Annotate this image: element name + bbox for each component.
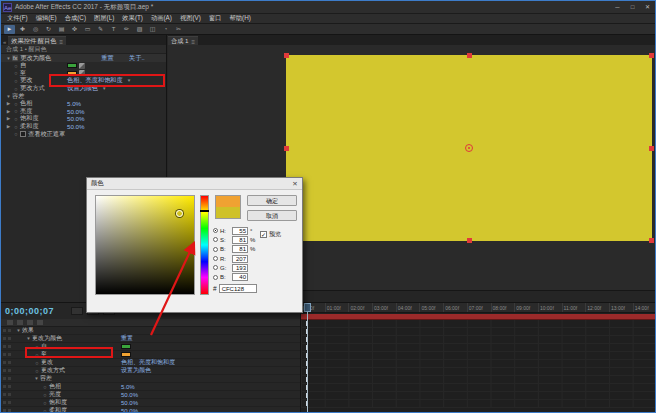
track-row[interactable] [301, 336, 656, 344]
selection-tool-icon[interactable]: ► [4, 25, 15, 34]
stopwatch-icon[interactable]: ○ [33, 352, 41, 358]
menu-item-1[interactable]: 编辑(E) [32, 14, 61, 23]
selection-handle[interactable] [284, 53, 289, 58]
track-row[interactable] [301, 368, 656, 376]
twirl-icon[interactable]: ▶ [5, 109, 12, 114]
field-value[interactable]: 55 [232, 227, 248, 235]
selection-handle[interactable] [649, 146, 654, 151]
twirl-icon[interactable]: ▼ [15, 328, 22, 333]
cancel-button[interactable]: 取消 [247, 210, 297, 221]
track-row[interactable] [301, 376, 656, 384]
field-value[interactable]: 81 [232, 236, 248, 244]
menu-item-0[interactable]: 文件(F) [3, 14, 32, 23]
comp-stage[interactable] [286, 55, 652, 241]
tab-composition[interactable]: 合成 1 ≡ [168, 36, 198, 45]
eraser-tool-icon[interactable]: ◫ [147, 25, 158, 34]
current-time-indicator[interactable] [307, 303, 308, 413]
from-color-swatch[interactable] [121, 344, 131, 349]
stopwatch-icon[interactable]: ○ [41, 408, 49, 413]
menu-item-6[interactable]: 视图(V) [176, 14, 205, 23]
track-row[interactable] [301, 328, 656, 336]
field-value[interactable]: 207 [232, 255, 248, 263]
to-color-swatch[interactable] [121, 352, 131, 357]
zoom-tool-icon[interactable]: ◎ [30, 25, 41, 34]
lightness-value[interactable]: 50.0% [67, 108, 85, 115]
softness-value[interactable]: 50.0% [67, 123, 85, 130]
stopwatch-icon[interactable]: ○ [12, 63, 20, 69]
hue-slider[interactable] [200, 195, 209, 295]
radio-B[interactable] [213, 247, 218, 252]
pen-tool-icon[interactable]: ✎ [95, 25, 106, 34]
twirl-icon[interactable]: ▶ [5, 101, 12, 106]
tl-row-hue[interactable]: ○ 色相 5.0% [1, 383, 300, 391]
selection-handle[interactable] [467, 238, 472, 243]
stopwatch-icon[interactable]: ○ [33, 368, 41, 374]
rotate-tool-icon[interactable]: ↻ [43, 25, 54, 34]
twirl-icon[interactable]: ▼ [25, 336, 32, 341]
panel-menu-icon[interactable]: ≡ [192, 38, 196, 45]
stopwatch-icon[interactable]: ○ [41, 384, 49, 390]
field-value[interactable]: 40 [232, 273, 248, 281]
track-row[interactable] [301, 344, 656, 352]
lightness-value[interactable]: 50.0% [121, 392, 138, 398]
maximize-button[interactable]: □ [625, 1, 640, 13]
dialog-title-bar[interactable]: 颜色 ✕ [87, 178, 302, 190]
hand-tool-icon[interactable]: ✚ [17, 25, 28, 34]
hue-value[interactable]: 5.0% [67, 100, 81, 107]
radio-R[interactable] [213, 256, 218, 261]
text-tool-icon[interactable]: T [108, 25, 119, 34]
stopwatch-icon[interactable]: ○ [12, 116, 20, 122]
to-color-swatch[interactable] [67, 71, 77, 76]
eye-icon[interactable] [7, 320, 13, 325]
track-row[interactable] [301, 392, 656, 400]
camera-tool-icon[interactable]: ▤ [56, 25, 67, 34]
tl-row-lightness[interactable]: ○ 亮度 50.0% [1, 391, 300, 399]
anchor-point-icon[interactable] [465, 144, 473, 152]
menu-item-4[interactable]: 效果(T) [118, 14, 147, 23]
hue-value[interactable]: 5.0% [121, 384, 135, 390]
saturation-value[interactable]: 50.0% [67, 115, 85, 122]
menu-item-3[interactable]: 图层(L) [90, 14, 118, 23]
stopwatch-icon[interactable]: ○ [12, 86, 20, 92]
twirl-icon[interactable]: ▼ [5, 94, 12, 99]
selection-handle[interactable] [284, 146, 289, 151]
track-row[interactable] [301, 384, 656, 392]
track-row[interactable] [301, 320, 656, 328]
roto-brush-tool-icon[interactable]: ◔ [160, 25, 171, 34]
selection-handle[interactable] [649, 53, 654, 58]
change-by-dropdown[interactable]: 设置为颜色 [121, 366, 151, 375]
stopwatch-icon[interactable]: ○ [41, 400, 49, 406]
reset-link[interactable]: 重置 [121, 334, 133, 343]
saturation-value[interactable]: 50.0% [121, 400, 138, 406]
brush-tool-icon[interactable]: ✏ [121, 25, 132, 34]
close-button[interactable]: ✕ [640, 1, 655, 13]
solo-icon[interactable] [27, 320, 33, 325]
dialog-close-icon[interactable]: ✕ [288, 180, 302, 188]
twirl-icon[interactable]: ▼ [5, 56, 12, 61]
preview-checkbox[interactable]: ✓ [260, 231, 267, 238]
stopwatch-icon[interactable]: ○ [33, 344, 41, 350]
track-row[interactable] [301, 352, 656, 360]
twirl-icon[interactable]: ▶ [5, 124, 12, 129]
menu-item-5[interactable]: 动画(A) [147, 14, 176, 23]
time-ruler[interactable]: 0:00f01:00f02:00f03:00f04:00f05:00f06:00… [301, 303, 656, 313]
stopwatch-icon[interactable]: ○ [12, 78, 20, 84]
menu-item-2[interactable]: 合成(C) [61, 14, 90, 23]
stopwatch-icon[interactable]: ○ [12, 124, 20, 130]
audio-icon[interactable] [17, 320, 23, 325]
stopwatch-icon[interactable]: ○ [41, 392, 49, 398]
selection-handle[interactable] [649, 238, 654, 243]
timeline-search-box[interactable] [71, 307, 83, 315]
track-row[interactable] [301, 360, 656, 368]
tl-row-softness[interactable]: ○ 柔和度 50.0% [1, 407, 300, 413]
tl-row-saturation[interactable]: ○ 饱和度 50.0% [1, 399, 300, 407]
hue-cursor[interactable] [200, 210, 209, 212]
pan-behind-tool-icon[interactable]: ✜ [69, 25, 80, 34]
from-color-swatch[interactable] [67, 63, 77, 68]
stopwatch-icon[interactable]: ○ [12, 131, 20, 137]
track-row[interactable] [301, 400, 656, 408]
color-cursor[interactable] [176, 210, 183, 217]
stopwatch-icon[interactable]: ○ [33, 360, 41, 366]
view-matte-checkbox[interactable] [20, 131, 26, 137]
menu-item-7[interactable]: 窗口 [205, 14, 226, 23]
